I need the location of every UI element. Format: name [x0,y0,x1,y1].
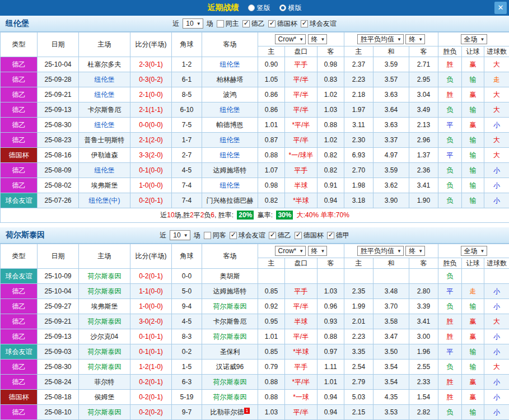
home-team-link[interactable]: 荷尔斯泰因 [79,284,130,299]
odds-source-select[interactable]: Crow*▼ [275,34,306,44]
filter-checkbox[interactable]: 同客 [204,231,226,240]
close-button[interactable]: ✕ [494,2,507,14]
layout-radio-vertical[interactable]: 竖版 [248,3,270,13]
match-count-select[interactable]: 10▼ [170,230,190,240]
away-team-link[interactable]: 汉诺威96 [202,360,258,375]
match-count-select[interactable]: 10▼ [183,18,203,29]
away-team-link[interactable]: 达姆施塔特 [202,284,258,299]
score-link[interactable]: 0-2(0-2) [130,405,172,420]
score-link[interactable]: 3-3(2-0) [130,148,172,163]
score-link[interactable]: 1-2(1-0) [130,360,172,375]
filter-checkbox[interactable]: 德甲 [327,231,349,240]
away-team-link[interactable]: 荷尔斯泰因 [202,375,258,390]
avg-period-select[interactable]: 终▼ [405,34,425,44]
score-link[interactable]: 3-0(2-0) [130,314,172,329]
home-team-link[interactable]: 卡尔斯鲁厄 [79,102,130,118]
score-link[interactable]: 0-1(0-1) [130,329,172,344]
home-team-link[interactable]: 荷尔斯泰因 [79,360,130,375]
away-team-link[interactable]: 圣保利 [202,344,258,360]
score-link[interactable]: 0-1(0-1) [130,344,172,360]
odds-home: 0.85 [258,284,285,299]
away-team-link[interactable]: 波鸿 [202,87,258,102]
away-team-link[interactable]: 纽伦堡 [202,102,258,118]
avg-period-select[interactable]: 终▼ [405,246,425,256]
home-team-link[interactable]: 荷尔斯泰因 [79,405,130,420]
home-team-link[interactable]: 纽伦堡(中) [79,193,130,208]
home-team-link[interactable]: 杜塞尔多夫 [79,57,130,72]
away-team-link[interactable]: 纽伦堡 [202,133,258,148]
score-link[interactable]: 2-1(2-0) [130,133,172,148]
away-team-link[interactable]: 柏林赫塔 [202,72,258,87]
away-team-link[interactable]: 比勒菲尔德1 [202,405,258,420]
filter-checkbox[interactable]: 德乙 [242,19,265,29]
score-link[interactable]: 1-1(0-0) [130,284,172,299]
score-link[interactable]: 0-1(0-0) [130,163,172,178]
odds-period-select[interactable]: 终▼ [308,34,328,44]
filter-checkbox[interactable]: 德国杯 [295,231,324,240]
checkbox-checked-icon[interactable] [295,232,302,239]
filter-checkbox[interactable]: 德乙 [269,231,291,240]
score-link[interactable]: 0-3(0-2) [130,72,172,87]
filter-checkbox[interactable]: 球会友谊 [301,19,337,29]
filter-checkbox[interactable]: 同主 [217,19,239,29]
home-team-link[interactable]: 菲尔特 [79,375,130,390]
score-link[interactable]: 2-1(0-0) [130,87,172,102]
checkbox-checked-icon[interactable] [242,20,250,27]
score-link[interactable]: 0-2(0-1) [130,375,172,390]
home-team-link[interactable]: 纽伦堡 [79,87,130,102]
away-team-link[interactable]: 达姆施塔特 [202,163,258,178]
away-team-link[interactable]: 帕德博恩 [202,118,258,133]
score-link[interactable]: 2-1(1-1) [130,102,172,118]
avg-type-select[interactable]: 胜平负均值▼ [357,34,404,44]
checkbox-checked-icon[interactable] [230,232,237,239]
odds-source-select[interactable]: Crow*▼ [275,246,306,256]
score-link[interactable]: 0-0(0-0) [130,118,172,133]
score-link[interactable]: 1-0(0-0) [130,178,172,193]
away-team-link[interactable]: 纽伦堡 [202,178,258,193]
home-team-link[interactable]: 侯姆堡 [79,390,130,405]
checkbox-checked-icon[interactable] [301,20,308,27]
radio-unselected-icon[interactable] [248,4,255,11]
checkbox-checked-icon[interactable] [269,232,276,239]
home-team-link[interactable]: 纽伦堡 [79,118,130,133]
away-team-link[interactable]: 门兴格拉德巴赫 [202,193,258,208]
score-link[interactable]: 2-3(0-1) [130,57,172,72]
home-team-link[interactable]: 沙尔克04 [79,329,130,344]
away-team-link[interactable]: 奥胡斯 [202,269,258,284]
home-team-link[interactable]: 荷尔斯泰因 [79,269,130,284]
scope-select[interactable]: 全场▼ [461,246,487,256]
home-team-link[interactable]: 纽伦堡 [79,72,130,87]
away-team-link[interactable]: 荷尔斯泰因 [202,390,258,405]
checkbox-unchecked-icon[interactable] [217,20,224,27]
away-team-link[interactable]: 纽伦堡 [202,57,258,72]
filter-checkbox[interactable]: 德国杯 [268,19,297,29]
score-link[interactable]: 0-2(0-1) [130,269,172,284]
handicap-line: 平手 [285,57,317,72]
home-team-link[interactable]: 埃弗斯堡 [79,299,130,314]
away-team-link[interactable]: 卡尔斯鲁厄 [202,314,258,329]
odds-period-select[interactable]: 终▼ [308,246,328,256]
score-link[interactable]: 0-2(0-1) [130,390,172,405]
layout-radio-horizontal[interactable]: 横版 [279,3,302,13]
home-team-link[interactable]: 荷尔斯泰因 [79,314,130,329]
away-team-link[interactable]: 荷尔斯泰因 [202,299,258,314]
col-header-home: 主场 [79,244,130,269]
corner-count: 2-7 [172,148,202,163]
home-team-link[interactable]: 纽伦堡 [79,163,130,178]
avg-type-select[interactable]: 胜平负均值▼ [357,246,404,256]
away-team-link[interactable]: 荷尔斯泰因 [202,329,258,344]
home-team-link[interactable]: 埃弗斯堡 [79,178,130,193]
home-team-link[interactable]: 荷尔斯泰因 [79,344,130,360]
checkbox-checked-icon[interactable] [268,20,275,27]
filter-checkbox[interactable]: 球会友谊 [230,231,265,240]
checkbox-unchecked-icon[interactable] [204,232,211,239]
score-link[interactable]: 1-0(0-0) [130,299,172,314]
score-link[interactable]: 0-2(0-1) [130,193,172,208]
scope-select[interactable]: 全场▼ [461,34,487,44]
away-team-link[interactable]: 纽伦堡 [202,148,258,163]
home-team-link[interactable]: 伊勒迪森 [79,148,130,163]
radio-selected-icon[interactable] [279,4,286,11]
home-team-link[interactable]: 普鲁士明斯特 [79,133,130,148]
checkbox-checked-icon[interactable] [327,232,334,239]
avg-draw-odds: 4.35 [373,390,409,405]
